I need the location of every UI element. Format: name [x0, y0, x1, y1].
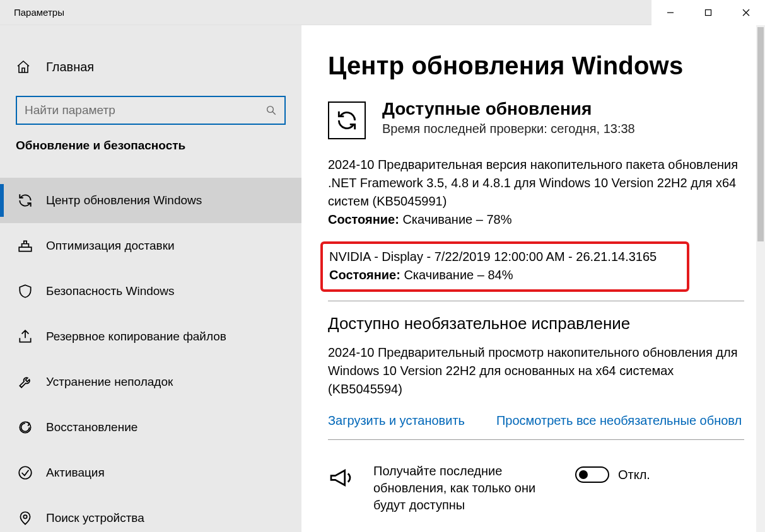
status-title: Доступные обновления: [382, 99, 635, 119]
delivery-icon: [16, 238, 35, 254]
update-state-label: Состояние:: [329, 268, 400, 282]
svg-point-4: [267, 107, 274, 113]
search-input[interactable]: [25, 103, 266, 117]
sidebar-item-label: Резервное копирование файлов: [46, 330, 226, 344]
window-title: Параметры: [14, 7, 64, 18]
sidebar-item-windows-update[interactable]: Центр обновления Windows: [0, 178, 301, 223]
sidebar-item-delivery-optimization[interactable]: Оптимизация доставки: [0, 223, 301, 269]
sidebar-item-windows-security[interactable]: Безопасность Windows: [0, 269, 301, 314]
update-status-row: Доступные обновления Время последней про…: [328, 99, 765, 139]
update-title: NVIDIA - Display - 7/22/2019 12:00:00 AM…: [329, 248, 680, 266]
maximize-button[interactable]: [689, 0, 727, 25]
update-item-1: 2024-10 Предварительная версия накопител…: [328, 156, 744, 229]
divider: [328, 301, 744, 301]
download-install-link[interactable]: Загрузить и установить: [328, 413, 465, 428]
update-state-label: Состояние:: [328, 212, 399, 226]
status-subtitle: Время последней проверки: сегодня, 13:38: [382, 122, 635, 136]
update-title: 2024-10 Предварительная версия накопител…: [328, 156, 744, 211]
divider: [328, 439, 744, 440]
main-content: Центр обновления Windows Доступные обнов…: [301, 25, 765, 532]
sidebar-item-activation[interactable]: Активация: [0, 450, 301, 495]
location-icon: [16, 510, 35, 526]
svg-point-9: [19, 466, 32, 479]
wrench-icon: [16, 374, 35, 390]
recovery-icon: [16, 419, 35, 436]
update-state-value: Скачивание – 84%: [404, 268, 513, 282]
sidebar-item-label: Восстановление: [46, 420, 137, 434]
home-icon: [16, 59, 35, 74]
sidebar-item-label: Безопасность Windows: [46, 284, 175, 298]
close-button[interactable]: [727, 0, 765, 25]
sidebar-item-label: Устранение неполадок: [46, 375, 173, 389]
toggle-description: Получайте последние обновления, как толь…: [373, 463, 550, 514]
search-input-container[interactable]: [16, 96, 286, 125]
sidebar-section-label: Обновление и безопасность: [0, 139, 301, 153]
update-status-icon: [328, 101, 366, 139]
optional-section-title: Доступно необязательное исправление: [328, 314, 765, 333]
search-icon: [266, 105, 277, 116]
shield-icon: [16, 283, 35, 299]
svg-point-10: [23, 515, 26, 518]
toggle-state-label: Откл.: [618, 468, 650, 482]
sidebar-item-label: Оптимизация доставки: [46, 239, 175, 253]
svg-rect-6: [19, 247, 32, 252]
check-circle-icon: [16, 465, 35, 481]
sidebar-item-label: Поиск устройства: [46, 511, 144, 525]
svg-line-5: [272, 112, 276, 115]
view-all-optional-link[interactable]: Просмотреть все необязательные обновл: [496, 413, 742, 428]
latest-updates-toggle-row: Получайте последние обновления, как толь…: [328, 463, 744, 514]
home-nav[interactable]: Главная: [0, 53, 301, 81]
page-title: Центр обновления Windows: [328, 52, 765, 80]
titlebar: Параметры: [0, 0, 765, 25]
optional-update-desc: 2024-10 Предварительный просмотр накопит…: [328, 344, 744, 398]
update-state-value: Скачивание – 78%: [402, 212, 511, 226]
minimize-button[interactable]: [651, 0, 689, 25]
backup-icon: [16, 328, 35, 345]
sidebar-item-backup[interactable]: Резервное копирование файлов: [0, 314, 301, 359]
sidebar: Главная Обновление и безопасность Цен: [0, 25, 301, 532]
sidebar-item-recovery[interactable]: Восстановление: [0, 405, 301, 450]
window-controls: [651, 0, 765, 25]
scrollbar-thumb[interactable]: [757, 27, 764, 241]
latest-updates-toggle[interactable]: [575, 466, 609, 483]
sync-icon: [16, 192, 35, 209]
home-label: Главная: [46, 60, 94, 74]
megaphone-icon: [328, 465, 362, 490]
sidebar-item-label: Центр обновления Windows: [46, 194, 202, 207]
sidebar-item-troubleshoot[interactable]: Устранение неполадок: [0, 359, 301, 405]
svg-rect-1: [706, 10, 711, 16]
scrollbar[interactable]: [756, 25, 765, 532]
highlighted-update: NVIDIA - Display - 7/22/2019 12:00:00 AM…: [320, 241, 689, 292]
sidebar-item-label: Активация: [46, 466, 105, 480]
sidebar-item-find-device[interactable]: Поиск устройства: [0, 495, 301, 532]
